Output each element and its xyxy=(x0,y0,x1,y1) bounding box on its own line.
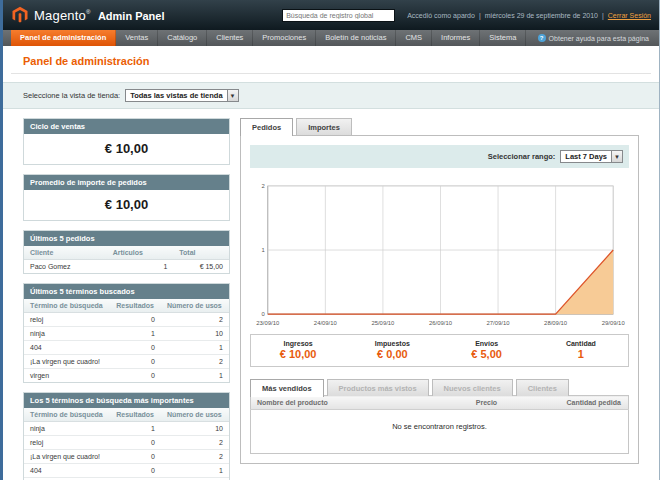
nav-item-sales[interactable]: Ventas xyxy=(116,30,158,46)
magento-admin-page: Magento® Admin Panel Accedió como apardo… xyxy=(0,0,660,480)
current-date: miércoles 29 de septiembre de 2010 xyxy=(485,12,598,19)
col-producto: Nombre del producto xyxy=(251,396,470,410)
range-value: Last 7 Days xyxy=(561,151,611,162)
chevron-down-icon: ▼ xyxy=(611,151,622,162)
help-icon: ? xyxy=(538,34,546,42)
table-row[interactable]: 404 0 1 xyxy=(24,341,229,355)
last-search-terms-box: Últimos 5 términos buscados Término de b… xyxy=(23,283,230,383)
stat-value: € 5,00 xyxy=(440,348,534,360)
last-orders-table: Cliente Artículos Total Paco Gomez 1 € 1… xyxy=(24,246,229,273)
col-resultados: Resultados xyxy=(110,299,161,313)
cell-usos: 10 xyxy=(161,327,229,341)
dashboard-columns: Ciclo de ventas € 10,00 Promedio de impo… xyxy=(3,109,659,480)
cell-termino: reloj xyxy=(24,313,110,327)
table-row[interactable]: ¡La virgen que cuadro! 0 2 xyxy=(24,355,229,369)
svg-text:25/09/10: 25/09/10 xyxy=(371,320,395,326)
help-link[interactable]: ? Obtener ayuda para esta página xyxy=(538,30,659,46)
store-view-value: Todas las vistas de tienda xyxy=(126,90,226,101)
average-orders-box: Promedio de importe de pedidos € 10,00 xyxy=(23,174,230,221)
top-search-terms-box: Los 5 términos de búsqueda más important… xyxy=(23,392,230,480)
store-view-select[interactable]: Todas las vistas de tienda ▼ xyxy=(125,89,238,102)
chart-panel: Seleccionar rango: Last 7 Days ▼ 01223/0… xyxy=(240,135,639,464)
stat-value: € 10,00 xyxy=(251,348,345,360)
top-header: Magento® Admin Panel Accedió como apardo… xyxy=(3,0,659,30)
stat-envios: Envíos € 5,00 xyxy=(440,340,534,360)
cell-resultados: 0 xyxy=(110,369,161,383)
svg-text:23/09/10: 23/09/10 xyxy=(256,320,280,326)
col-usos: Número de usos xyxy=(161,299,229,313)
tab-productos-mas-vistos[interactable]: Productos más vistos xyxy=(327,379,429,396)
lifetime-sales-value: € 10,00 xyxy=(24,134,229,164)
separator: | xyxy=(479,12,481,19)
title-divider xyxy=(11,73,651,74)
range-label: Seleccionar rango: xyxy=(488,152,556,161)
svg-text:1: 1 xyxy=(262,247,265,253)
svg-text:27/09/10: 27/09/10 xyxy=(487,320,511,326)
cell-resultados: 1 xyxy=(110,327,161,341)
range-select[interactable]: Last 7 Days ▼ xyxy=(560,150,623,163)
chevron-down-icon: ▼ xyxy=(227,90,238,101)
cell-termino: reloj xyxy=(24,436,110,450)
logout-link[interactable]: Cerrar Sesión xyxy=(608,12,651,19)
cell-usos: 2 xyxy=(161,355,229,369)
lifetime-sales-box: Ciclo de ventas € 10,00 xyxy=(23,118,230,165)
svg-text:28/09/10: 28/09/10 xyxy=(544,320,568,326)
table-row[interactable]: reloj 0 2 xyxy=(24,436,229,450)
tab-clientes[interactable]: Clientes xyxy=(516,379,569,396)
chart-tabs: Pedidos Importes xyxy=(240,118,639,135)
store-view-bar: Seleccione la vista de tienda: Todas las… xyxy=(3,82,659,109)
stat-impuestos: Impuestos € 0,00 xyxy=(345,340,439,360)
last-search-terms-table: Término de búsqueda Resultados Número de… xyxy=(24,299,229,382)
nav-item-system[interactable]: Sistema xyxy=(480,30,526,46)
cell-usos: 1 xyxy=(161,464,229,478)
stat-label: Impuestos xyxy=(345,340,439,347)
content-area: Panel de administración Seleccione la vi… xyxy=(3,46,659,480)
table-row[interactable]: reloj 0 2 xyxy=(24,313,229,327)
table-row[interactable]: 404 0 1 xyxy=(24,464,229,478)
cell-termino: 404 xyxy=(24,464,110,478)
cell-usos: 10 xyxy=(161,422,229,436)
cell-termino: 404 xyxy=(24,341,110,355)
nav-item-reports[interactable]: Informes xyxy=(432,30,480,46)
nav-item-promotions[interactable]: Promociones xyxy=(253,30,316,46)
stat-ingresos: Ingresos € 10,00 xyxy=(251,340,345,360)
average-orders-value: € 10,00 xyxy=(24,190,229,220)
table-row[interactable]: virgen 0 1 xyxy=(24,369,229,383)
table-row[interactable]: ¡La virgen que cuadro! 0 2 xyxy=(24,450,229,464)
tab-mas-vendidos[interactable]: Más vendidos xyxy=(250,379,324,397)
range-bar: Seleccionar rango: Last 7 Days ▼ xyxy=(250,145,629,168)
col-cliente: Cliente xyxy=(24,246,107,260)
svg-text:24/09/10: 24/09/10 xyxy=(314,320,338,326)
cell-resultados: 0 xyxy=(110,450,161,464)
session-info: Accedió como apardo | miércoles 29 de se… xyxy=(407,12,651,19)
tab-importes[interactable]: Importes xyxy=(296,118,352,135)
svg-text:29/09/10: 29/09/10 xyxy=(602,320,626,326)
stat-cantidad: Cantidad 1 xyxy=(534,340,628,360)
col-resultados: Resultados xyxy=(110,408,161,422)
last-orders-box: Últimos 5 pedidos Cliente Artículos Tota… xyxy=(23,230,230,274)
table-row[interactable]: ninja 1 10 xyxy=(24,327,229,341)
cell-resultados: 0 xyxy=(110,436,161,450)
nav-item-newsletter[interactable]: Boletín de noticias xyxy=(316,30,396,46)
logged-in-as: Accedió como apardo xyxy=(407,12,475,19)
nav-item-dashboard[interactable]: Panel de administración xyxy=(11,30,116,46)
last-search-terms-title: Últimos 5 términos buscados xyxy=(24,284,229,299)
tab-pedidos[interactable]: Pedidos xyxy=(240,118,293,136)
table-row[interactable]: ninja 1 10 xyxy=(24,422,229,436)
cell-usos: 1 xyxy=(161,369,229,383)
table-row[interactable]: Paco Gomez 1 € 15,00 xyxy=(24,260,229,274)
nav-item-catalog[interactable]: Catálogo xyxy=(158,30,207,46)
col-cantidad-pedida: Cantidad pedida xyxy=(560,396,628,410)
nav-item-customers[interactable]: Clientes xyxy=(207,30,253,46)
col-usos: Número de usos xyxy=(161,408,229,422)
cell-resultados: 0 xyxy=(110,464,161,478)
svg-text:2: 2 xyxy=(262,183,265,189)
tab-nuevos-clientes[interactable]: Nuevos clientes xyxy=(432,379,513,396)
global-search-input[interactable] xyxy=(282,9,395,22)
empty-message: No se encontraron registros. xyxy=(251,410,629,454)
left-column: Ciclo de ventas € 10,00 Promedio de impo… xyxy=(23,118,230,480)
stat-value: € 0,00 xyxy=(345,348,439,360)
nav-item-cms[interactable]: CMS xyxy=(396,30,432,46)
brand-name: Magento xyxy=(34,8,86,23)
orders-chart-wrap: 01223/09/1024/09/1025/09/1026/09/1027/09… xyxy=(252,178,627,328)
